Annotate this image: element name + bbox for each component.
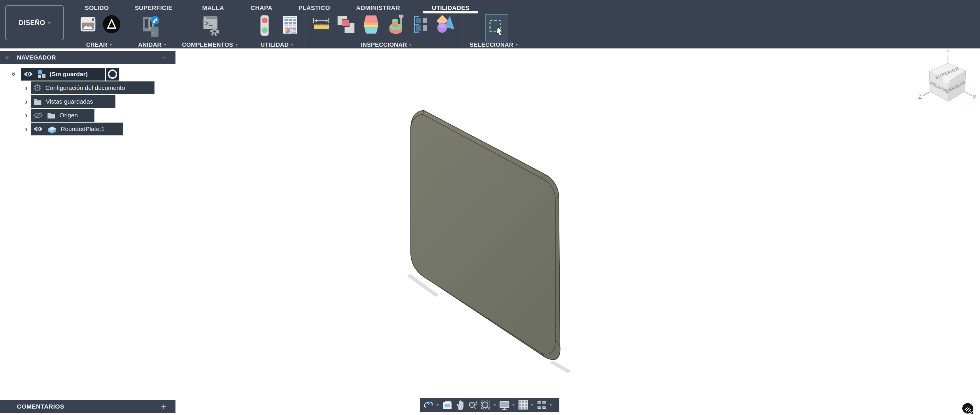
workspace-label: DISEÑO xyxy=(19,19,45,27)
group-complementos[interactable]: COMPLEMENTOS▾ xyxy=(182,41,238,48)
zoom-button[interactable] xyxy=(468,400,478,410)
chevron-down-icon: ▾ xyxy=(515,42,518,47)
scripts-addins-icon[interactable] xyxy=(202,15,220,37)
viewports-dropdown-icon[interactable]: ▾ xyxy=(549,402,553,408)
draft-analysis-icon[interactable] xyxy=(387,14,405,34)
window-select-button[interactable] xyxy=(485,14,508,42)
active-tab-underline xyxy=(423,11,478,13)
feedback-bubble-button[interactable] xyxy=(962,402,974,415)
chevron-down-icon: ▾ xyxy=(164,42,166,47)
fusion-window: DISEÑO ▾ SOLIDO SUPERFICIE MALLA CHAPA P… xyxy=(0,0,980,415)
tab-chapa[interactable]: CHAPA xyxy=(251,3,272,12)
viewport-3d[interactable] xyxy=(0,48,980,415)
group-crear[interactable]: CREAR▾ xyxy=(86,41,112,48)
tab-malla[interactable]: MALLA xyxy=(202,3,224,12)
interference-icon[interactable] xyxy=(336,15,356,34)
grid-snap-button[interactable] xyxy=(518,400,528,410)
measure-icon[interactable] xyxy=(312,17,330,31)
section-analysis-icon[interactable] xyxy=(412,15,428,33)
chevron-down-icon: ▾ xyxy=(110,42,112,47)
group-separator xyxy=(305,14,306,47)
navigation-toolbar: ▾ ▾ xyxy=(420,398,559,412)
curvature-analysis-icon[interactable] xyxy=(361,14,381,34)
additive-build-icon[interactable] xyxy=(102,14,121,34)
display-settings-dropdown-icon[interactable]: ▾ xyxy=(512,402,515,408)
look-at-button[interactable] xyxy=(442,400,453,410)
x-axis-line xyxy=(965,92,972,96)
rounded-plate-body[interactable] xyxy=(411,110,560,359)
orbit-button[interactable] xyxy=(423,400,434,410)
x-axis-label: X xyxy=(972,93,977,100)
tab-administrar[interactable]: ADMINISTRAR xyxy=(356,3,400,12)
comments-title: COMENTARIOS xyxy=(17,403,64,410)
z-axis-label: Z xyxy=(918,93,922,100)
make-icon[interactable] xyxy=(79,15,97,33)
pan-button[interactable] xyxy=(455,400,466,410)
y-axis-label: Y xyxy=(946,49,950,54)
group-separator xyxy=(174,14,174,47)
window-select-icon xyxy=(488,19,505,37)
orbit-dropdown-icon[interactable]: ▾ xyxy=(436,402,440,408)
zoom-window-button[interactable] xyxy=(480,400,491,410)
display-settings-button[interactable] xyxy=(500,400,510,410)
group-anidar[interactable]: ANIDAR▾ xyxy=(138,41,166,48)
data-table-icon[interactable] xyxy=(283,16,298,34)
group-seleccionar[interactable]: SELECCIONAR▾ xyxy=(469,41,518,48)
group-separator xyxy=(463,14,463,47)
group-separator xyxy=(249,14,249,47)
zoom-window-dropdown-icon[interactable]: ▾ xyxy=(493,402,497,408)
workspace-selector[interactable]: DISEÑO ▾ xyxy=(5,5,64,40)
z-axis-line xyxy=(923,92,929,96)
chevron-down-icon: ▾ xyxy=(235,42,238,47)
group-utilidad[interactable]: UTILIDAD▾ xyxy=(261,41,293,48)
grid-snap-dropdown-icon[interactable]: ▾ xyxy=(531,402,534,408)
ribbon: DISEÑO ▾ SOLIDO SUPERFICIE MALLA CHAPA P… xyxy=(0,0,980,48)
health-status-icon[interactable] xyxy=(259,14,270,37)
tab-solido[interactable]: SOLIDO xyxy=(85,3,109,12)
viewports-button[interactable] xyxy=(537,400,547,410)
component-shapes-icon[interactable] xyxy=(435,14,455,34)
feedback-icon xyxy=(962,402,974,415)
comments-panel[interactable]: COMENTARIOS + xyxy=(0,400,175,413)
nest-icon[interactable] xyxy=(142,15,161,37)
cube-corner-highlight[interactable] xyxy=(943,77,950,83)
chevron-down-icon: ▾ xyxy=(409,42,412,47)
group-inspeccionar[interactable]: INSPECCIONAR▾ xyxy=(361,41,412,48)
tab-superficie[interactable]: SUPERFICIE xyxy=(135,3,172,12)
tab-plastico[interactable]: PLÁSTICO xyxy=(299,3,330,12)
add-comment-icon[interactable]: + xyxy=(161,400,167,413)
view-cube[interactable]: SUPERIOR FRONTAL DERECHA Y Z X xyxy=(912,49,979,108)
chevron-down-icon: ▾ xyxy=(48,20,51,26)
group-separator xyxy=(128,14,128,47)
chevron-down-icon: ▾ xyxy=(291,42,293,47)
